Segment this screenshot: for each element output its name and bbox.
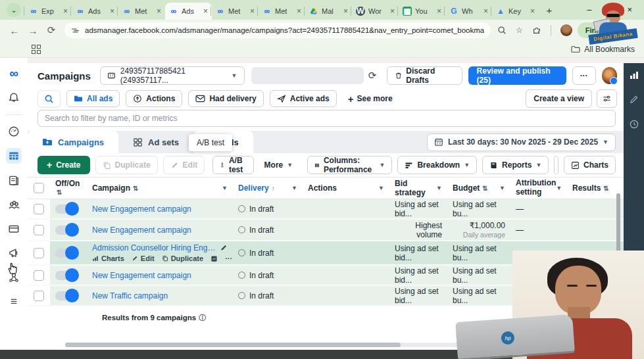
tab-ad-sets[interactable]: Ad sets (118, 131, 193, 153)
tab-close-icon[interactable]: × (483, 7, 488, 16)
tab-close-icon[interactable]: × (343, 7, 348, 16)
apps-grid-icon[interactable] (32, 45, 41, 54)
tab-close-icon[interactable]: × (157, 7, 161, 16)
view-settings-button[interactable] (597, 89, 617, 108)
row-checkbox[interactable] (34, 204, 44, 214)
advertising-megaphone-icon[interactable] (6, 245, 22, 261)
tab-close-icon[interactable]: × (250, 7, 255, 16)
header-bid-strategy[interactable]: Bid strategy▼ (389, 179, 447, 197)
search-input[interactable] (37, 110, 616, 127)
tab-close-icon[interactable]: × (63, 7, 68, 16)
browser-profile-avatar[interactable] (560, 24, 572, 36)
caret-down-icon[interactable]: ▼ (378, 185, 384, 191)
history-clock-icon[interactable] (629, 119, 639, 130)
campaign-name-link[interactable]: New Traffic campaign (92, 291, 168, 300)
notifications-bell-icon[interactable] (6, 90, 22, 106)
edit-button[interactable]: Edit (163, 156, 205, 174)
browser-tab[interactable]: Mal× (305, 3, 352, 20)
campaign-name-link[interactable]: Admission Counsellor Hiring Engagement .… (92, 243, 216, 252)
address-bar[interactable]: adsmanager.facebook.com/adsmanager/manag… (64, 22, 491, 38)
header-campaign[interactable]: Campaign⇅▼ (87, 183, 233, 193)
campaign-toggle[interactable] (55, 271, 78, 280)
zoom-icon[interactable] (497, 26, 507, 35)
user-avatar[interactable] (602, 67, 617, 84)
see-more-button[interactable]: +See more (348, 93, 393, 105)
site-info-icon[interactable] (71, 26, 80, 35)
new-tab-button[interactable]: + (541, 2, 557, 18)
discard-drafts-button[interactable]: Discard Drafts (387, 66, 462, 85)
row-pixel-button[interactable] (211, 255, 218, 262)
ab-test-button[interactable]: A/B test (212, 156, 253, 174)
filter-had-delivery[interactable]: Had delivery (188, 90, 263, 107)
bookmark-star-icon[interactable]: ☆ (516, 26, 523, 35)
browser-tab[interactable]: ∞Met× (118, 3, 165, 20)
extensions-icon[interactable] (532, 26, 541, 35)
tab-close-icon[interactable]: × (437, 7, 441, 16)
scrollbar-thumb[interactable] (65, 343, 401, 347)
campaign-toggle[interactable] (55, 226, 78, 235)
tab-close-icon[interactable]: × (203, 7, 208, 16)
search-filter-button[interactable] (37, 90, 61, 107)
header-results[interactable]: Results⇅ (567, 183, 608, 193)
rename-pencil-icon[interactable] (220, 244, 228, 252)
browser-tab[interactable]: GWh× (445, 3, 492, 20)
forward-button[interactable]: → (24, 21, 42, 39)
campaigns-nav-icon[interactable] (6, 148, 22, 164)
review-publish-button[interactable]: Review and publish (25) (468, 66, 566, 85)
row-checkbox[interactable] (34, 248, 44, 258)
columns-button[interactable]: Columns: Performance▼ (307, 156, 392, 174)
campaign-toggle[interactable] (55, 204, 78, 214)
filter-actions[interactable]: Actions (126, 90, 182, 107)
row-edit-button[interactable]: Edit (132, 254, 155, 262)
header-attribution[interactable]: Attribution setting▼ (510, 179, 567, 197)
browser-tab[interactable]: ▦You× (399, 3, 445, 20)
caret-down-icon[interactable]: ▼ (436, 185, 442, 191)
row-checkbox[interactable] (34, 291, 44, 301)
breakdown-button[interactable]: Breakdown▼ (397, 156, 477, 174)
header-delivery[interactable]: Delivery↑▼ (233, 183, 303, 193)
table-row[interactable]: New Engagement campaign In draft Highest… (28, 220, 624, 241)
header-actions[interactable]: Actions▼ (303, 183, 389, 193)
caret-down-icon[interactable]: ▼ (291, 185, 297, 191)
more-button[interactable]: More▼ (259, 160, 299, 170)
create-view-button[interactable]: Create a view (526, 89, 592, 108)
meta-logo-icon[interactable]: ∞ (6, 66, 22, 82)
tab-close-icon[interactable]: × (110, 7, 114, 16)
browser-tab[interactable]: ∞Met× (259, 3, 305, 20)
table-row[interactable]: New Engagement campaign In draft Using a… (28, 199, 624, 220)
header-budget[interactable]: Budget⇅▼ (447, 183, 510, 193)
export-button[interactable]: Export (555, 156, 558, 174)
date-range-selector[interactable]: Last 30 days: 30 Nov 2025 - 29 Dec 2025 … (427, 133, 616, 151)
row-more-button[interactable]: ··· (225, 254, 232, 262)
campaign-name-link[interactable]: New Engagement campaign (92, 226, 191, 235)
edit-pencil-icon[interactable] (629, 95, 639, 105)
filter-all-ads[interactable]: All ads (66, 90, 120, 107)
billing-icon[interactable] (6, 221, 22, 237)
insights-chart-icon[interactable] (629, 70, 639, 80)
row-charts-button[interactable]: Charts (92, 254, 124, 262)
audiences-icon[interactable] (6, 197, 22, 212)
row-checkbox[interactable] (34, 225, 44, 235)
reports-button[interactable]: Reports▼ (482, 156, 549, 174)
filter-active-ads[interactable]: Active ads (270, 90, 337, 107)
campaign-name-link[interactable]: New Engagement campaign (92, 271, 191, 280)
back-button[interactable]: ← (5, 21, 24, 39)
tab-close-icon[interactable]: × (390, 7, 395, 16)
duplicate-button[interactable]: Duplicate (95, 156, 158, 174)
tab-close-icon[interactable]: × (297, 7, 301, 16)
caret-down-icon[interactable]: ▼ (222, 185, 228, 191)
row-checkbox[interactable] (34, 270, 44, 281)
browser-tab-active[interactable]: ∞Ads× (165, 3, 212, 20)
reload-button[interactable]: ⟳ (42, 21, 61, 39)
browser-tab[interactable]: ▲Key× (492, 3, 539, 20)
all-tools-menu-icon[interactable]: ≡ (6, 294, 22, 310)
info-icon[interactable]: ⓘ (199, 313, 206, 323)
campaign-toggle[interactable] (55, 291, 78, 300)
browser-tab[interactable]: ∞Exp× (25, 3, 72, 20)
row-duplicate-button[interactable]: Duplicate (162, 254, 204, 262)
browser-tab[interactable]: ∞Ads× (72, 3, 118, 20)
browser-tab[interactable]: ∞Met× (212, 3, 259, 20)
create-button[interactable]: +Create (37, 156, 90, 174)
caret-down-icon[interactable]: ▼ (556, 185, 562, 191)
account-overview-icon[interactable] (6, 124, 22, 139)
